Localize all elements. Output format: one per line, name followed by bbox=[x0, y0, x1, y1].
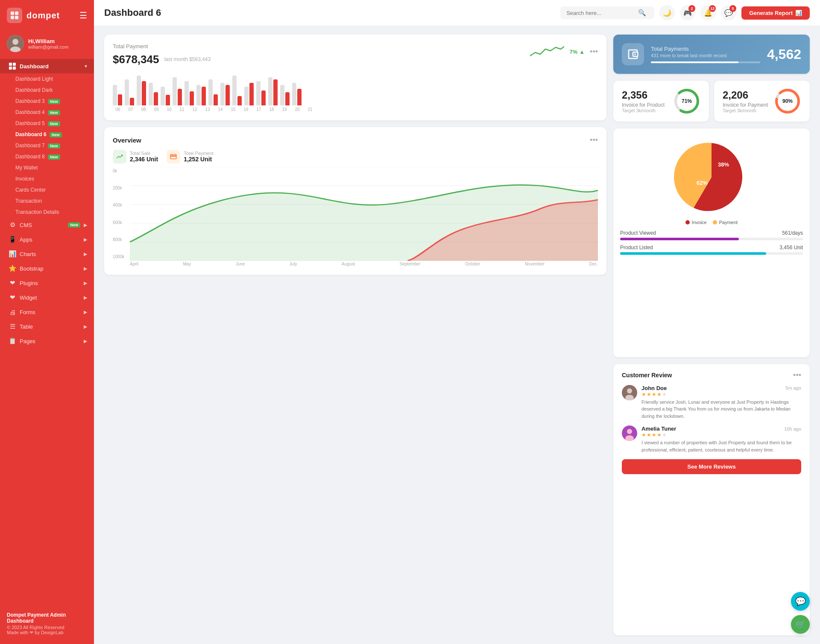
user-email: william@gmail.com bbox=[28, 44, 68, 50]
pages-label: Pages bbox=[20, 338, 80, 344]
overview-stats: Total Sale 2,346 Unit Total Payment 1,25… bbox=[113, 150, 598, 163]
product-viewed-fill bbox=[620, 238, 739, 240]
sidebar-item-pages[interactable]: 📋 Pages ▶ bbox=[0, 334, 94, 348]
product-listed-label: Product Listed bbox=[620, 245, 653, 251]
review-more-btn[interactable]: ••• bbox=[793, 371, 801, 380]
sidebar-sub-items: Dashboard Light Dashboard Dark Dashboard… bbox=[0, 73, 94, 218]
svg-text:62%: 62% bbox=[697, 180, 708, 186]
floating-chat-btn[interactable]: 💬 bbox=[791, 592, 810, 611]
total-payments-value: 4,562 bbox=[767, 47, 801, 62]
total-sale-label: Total Sale bbox=[130, 151, 158, 156]
chart-bar-icon: 📊 bbox=[795, 10, 802, 16]
bar-grey bbox=[149, 83, 153, 105]
bar-x-label: 11 bbox=[177, 107, 187, 112]
sidebar-item-charts[interactable]: 📊 Charts ▶ bbox=[0, 247, 94, 261]
total-payment-more-btn[interactable]: ••• bbox=[590, 47, 598, 56]
bar-grey bbox=[280, 85, 284, 105]
overview-total-sale-info: Total Sale 2,346 Unit bbox=[130, 151, 158, 163]
invoice-payment-info: 2,206 Invoice for Payment Target 3k/mont… bbox=[723, 89, 769, 113]
floating-cart-btn[interactable]: 🛒 bbox=[791, 615, 810, 634]
bar-x-label: 13 bbox=[202, 107, 213, 112]
forms-label: Forms bbox=[20, 309, 80, 315]
charts-label: Charts bbox=[20, 251, 80, 257]
content-right: Total Payments 431 more to break last mo… bbox=[613, 35, 810, 635]
sidebar-sub-item-dashboard-dark[interactable]: Dashboard Dark bbox=[0, 85, 94, 96]
pie-legend-payment: Payment bbox=[713, 220, 738, 225]
sidebar-sub-item-dashboard-6[interactable]: Dashboard 6 New bbox=[0, 129, 94, 140]
sidebar-item-dashboard[interactable]: Dashboard ▾ bbox=[0, 59, 94, 73]
messages-btn[interactable]: 💬 5 bbox=[721, 5, 736, 20]
table-arrow: ▶ bbox=[84, 324, 87, 329]
bar-x-label: 09 bbox=[151, 107, 161, 112]
bar-red bbox=[166, 95, 170, 105]
bar-labels: 06070809101112131415161718192021 bbox=[113, 107, 598, 112]
main-content: Total Payment $678,345 last month $563,4… bbox=[94, 26, 820, 644]
review-name-john: John Doe bbox=[641, 385, 667, 391]
sidebar-item-table[interactable]: ☰ Table ▶ bbox=[0, 319, 94, 334]
sidebar-sub-item-transaction[interactable]: Transaction bbox=[0, 195, 94, 207]
bar-red bbox=[178, 89, 182, 105]
table-icon: ☰ bbox=[9, 323, 16, 330]
sidebar-item-bootstrap[interactable]: ⭐ Bootstrap ▶ bbox=[0, 261, 94, 276]
sidebar-sub-item-dashboard-8[interactable]: Dashboard 8 New bbox=[0, 151, 94, 162]
total-payments-label: Total Payments bbox=[651, 46, 760, 52]
apps-arrow: ▶ bbox=[84, 237, 87, 242]
review-content-amelia: Amelia Tuner 10h ago ★★★★★ I viewed a nu… bbox=[641, 425, 801, 453]
overview-more-btn[interactable]: ••• bbox=[590, 136, 598, 145]
product-viewed-stat: Product Viewed 561/days bbox=[620, 230, 803, 240]
bar-x-label: 17 bbox=[254, 107, 264, 112]
apps-label: Apps bbox=[20, 236, 80, 243]
search-input[interactable] bbox=[566, 10, 635, 16]
bar-x-label: 16 bbox=[241, 107, 251, 112]
invoice-dot bbox=[685, 220, 690, 224]
total-payment-card: Total Payment $678,345 last month $563,4… bbox=[104, 35, 606, 120]
pie-stats-card: 62% 38% Invoice Payment bbox=[613, 128, 810, 357]
pie-legend: Invoice Payment bbox=[620, 220, 803, 225]
total-payment-header-left: Total Payment $678,345 last month $563,4… bbox=[113, 43, 211, 67]
product-viewed-bar bbox=[620, 238, 803, 240]
invoice-product-info: 2,356 Invoice for Product Target 3k/mont… bbox=[622, 89, 668, 113]
sidebar-sub-item-dashboard-4[interactable]: Dashboard 4 New bbox=[0, 107, 94, 118]
dashboard-label: Dashboard bbox=[20, 63, 81, 70]
sidebar-item-plugins[interactable]: ❤ Plugins ▶ bbox=[0, 276, 94, 290]
total-payments-sub: 431 more to break last month record bbox=[651, 53, 760, 58]
payment-legend-label: Payment bbox=[719, 220, 738, 225]
bootstrap-arrow: ▶ bbox=[84, 266, 87, 271]
theme-toggle-btn[interactable]: 🌙 bbox=[659, 5, 675, 20]
sidebar-sub-item-invoices[interactable]: Invoices bbox=[0, 173, 94, 184]
bar-group bbox=[149, 83, 158, 105]
svg-rect-3 bbox=[15, 16, 18, 19]
sidebar-sub-item-wallet[interactable]: My Wallet bbox=[0, 162, 94, 173]
svg-point-5 bbox=[12, 39, 18, 45]
games-btn[interactable]: 🎮 2 bbox=[680, 5, 695, 20]
sidebar-sub-item-dashboard-7[interactable]: Dashboard 7 New bbox=[0, 140, 94, 151]
total-payments-info: Total Payments 431 more to break last mo… bbox=[651, 46, 760, 63]
bar-grey bbox=[184, 81, 189, 105]
see-more-reviews-button[interactable]: See More Reviews bbox=[622, 459, 801, 474]
sidebar-sub-item-dashboard-3[interactable]: Dashboard 3 New bbox=[0, 96, 94, 107]
floating-cart-icon: 🛒 bbox=[795, 619, 806, 629]
sidebar-item-widget[interactable]: ❤ Widget ▶ bbox=[0, 290, 94, 305]
bar-x-label: 20 bbox=[292, 107, 302, 112]
sidebar-sub-item-dashboard-light[interactable]: Dashboard Light bbox=[0, 73, 94, 85]
sidebar-sub-item-cards[interactable]: Cards Center bbox=[0, 184, 94, 195]
avatar bbox=[7, 35, 24, 52]
sidebar-item-apps[interactable]: 📱 Apps ▶ bbox=[0, 232, 94, 247]
sidebar-item-cms[interactable]: ⚙ CMS New ▶ bbox=[0, 218, 94, 232]
notifications-btn[interactable]: 🔔 12 bbox=[700, 5, 716, 20]
invoice-payment-label: Invoice for Payment bbox=[723, 102, 769, 108]
sidebar-sub-item-transaction-details[interactable]: Transaction Details bbox=[0, 207, 94, 218]
sidebar-item-forms[interactable]: 🖨 Forms ▶ bbox=[0, 305, 94, 319]
bar-red bbox=[214, 94, 218, 105]
generate-report-button[interactable]: Generate Report 📊 bbox=[741, 6, 810, 20]
review-text-john: Friendly service Josh, Lunar and everyon… bbox=[641, 399, 801, 420]
bar-red bbox=[190, 91, 194, 105]
total-payment-stat-label: Total Payment bbox=[184, 151, 214, 156]
plugins-arrow: ▶ bbox=[84, 280, 87, 286]
sidebar: dompet ☰ Hi,William william@gmail.com Da… bbox=[0, 0, 94, 644]
svg-rect-1 bbox=[15, 12, 18, 15]
sidebar-sub-item-dashboard-5[interactable]: Dashboard 5 New bbox=[0, 118, 94, 129]
review-item-john: John Doe 5m ago ★★★★★ Friendly service J… bbox=[622, 385, 801, 420]
main-area: Dashboard 6 🔍 🌙 🎮 2 🔔 12 💬 5 Generate Re… bbox=[94, 0, 820, 644]
sidebar-hamburger-btn[interactable]: ☰ bbox=[79, 10, 87, 20]
